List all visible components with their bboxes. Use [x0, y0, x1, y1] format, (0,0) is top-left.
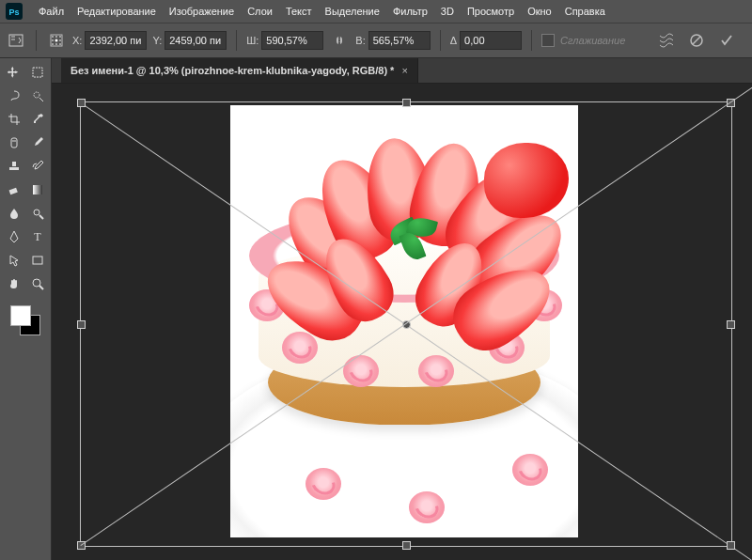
- y-field: Y: 2459,00 пи: [152, 31, 227, 50]
- svg-text:Ps: Ps: [8, 8, 19, 17]
- close-icon[interactable]: ×: [401, 65, 407, 76]
- menu-view[interactable]: Просмотр: [461, 0, 521, 23]
- svg-point-16: [34, 92, 39, 98]
- menu-3d[interactable]: 3D: [434, 0, 461, 23]
- menu-edit[interactable]: Редактирование: [70, 0, 163, 23]
- tool-path-select[interactable]: [4, 250, 24, 271]
- tool-gradient[interactable]: [27, 179, 48, 200]
- svg-point-4: [52, 36, 54, 38]
- svg-rect-19: [12, 162, 16, 166]
- tool-move[interactable]: [4, 62, 24, 83]
- tool-crop[interactable]: [4, 109, 24, 130]
- svg-rect-26: [33, 257, 42, 264]
- svg-rect-15: [33, 68, 42, 77]
- menu-file[interactable]: Файл: [32, 0, 70, 23]
- stage[interactable]: [52, 83, 752, 560]
- svg-line-14: [693, 37, 700, 44]
- svg-rect-21: [8, 188, 17, 194]
- w-field: Ш: 590,57%: [246, 31, 323, 50]
- handle-top-left[interactable]: [77, 99, 86, 107]
- svg-line-28: [39, 286, 43, 289]
- svg-point-9: [59, 39, 61, 41]
- antialias-label: Сглаживание: [560, 35, 625, 46]
- y-input[interactable]: 2459,00 пи: [164, 31, 227, 50]
- warp-mode-icon[interactable]: [656, 30, 677, 51]
- app-logo: Ps: [6, 3, 23, 20]
- tool-pen[interactable]: [4, 226, 24, 247]
- menu-filter[interactable]: Фильтр: [386, 0, 434, 23]
- svg-point-7: [52, 39, 54, 41]
- menubar: Ps Файл Редактирование Изображение Слои …: [0, 0, 752, 23]
- menu-text[interactable]: Текст: [279, 0, 319, 23]
- tool-marquee[interactable]: [27, 62, 48, 83]
- menu-window[interactable]: Окно: [521, 0, 558, 23]
- commit-icon[interactable]: [716, 30, 737, 51]
- angle-label: Δ: [450, 35, 457, 46]
- tool-eyedropper[interactable]: [27, 109, 48, 130]
- antialias-checkbox[interactable]: [541, 34, 555, 47]
- tool-shape[interactable]: [27, 250, 48, 271]
- svg-rect-20: [9, 167, 19, 170]
- options-bar: X: 2392,00 пи Y: 2459,00 пи Ш: 590,57% В…: [0, 23, 752, 58]
- handle-bottom-right[interactable]: [727, 541, 735, 550]
- menu-select[interactable]: Выделение: [319, 0, 386, 23]
- svg-rect-17: [11, 138, 17, 148]
- tool-type[interactable]: T: [27, 226, 48, 247]
- tab-title: Без имени-1 @ 10,3% (pirozhnoe-krem-klub…: [70, 65, 394, 76]
- tool-zoom[interactable]: [27, 273, 48, 294]
- link-icon[interactable]: [329, 30, 350, 51]
- canvas-area: Без имени-1 @ 10,3% (pirozhnoe-krem-klub…: [52, 58, 752, 560]
- svg-text:T: T: [34, 230, 41, 243]
- tool-brush[interactable]: [27, 132, 48, 153]
- tool-blur[interactable]: [4, 203, 24, 224]
- document-tabs: Без имени-1 @ 10,3% (pirozhnoe-krem-klub…: [52, 58, 752, 84]
- menu-image[interactable]: Изображение: [163, 0, 241, 23]
- svg-point-12: [59, 43, 61, 45]
- svg-point-6: [59, 36, 61, 38]
- h-input[interactable]: 565,57%: [368, 31, 431, 50]
- handle-mid-right[interactable]: [727, 320, 735, 329]
- menu-layers[interactable]: Слои: [241, 0, 279, 23]
- y-label: Y:: [152, 35, 162, 46]
- svg-point-11: [55, 43, 57, 45]
- h-field: В: 565,57%: [355, 31, 430, 50]
- angle-input[interactable]: 0,00: [460, 31, 522, 50]
- svg-point-5: [55, 36, 57, 38]
- tool-hand[interactable]: [4, 273, 24, 294]
- tool-eraser[interactable]: [4, 179, 24, 200]
- tool-dodge[interactable]: [27, 203, 48, 224]
- svg-point-8: [55, 39, 58, 42]
- svg-point-23: [34, 210, 39, 215]
- handle-bottom-left[interactable]: [77, 541, 86, 550]
- document-tab[interactable]: Без имени-1 @ 10,3% (pirozhnoe-krem-klub…: [61, 58, 418, 83]
- svg-line-24: [39, 215, 43, 219]
- w-label: Ш:: [246, 35, 258, 46]
- handle-top-right[interactable]: [727, 99, 735, 107]
- color-swatches[interactable]: [7, 303, 44, 341]
- handle-mid-left[interactable]: [77, 320, 86, 329]
- tool-healing[interactable]: [4, 132, 24, 153]
- menu-help[interactable]: Справка: [558, 0, 612, 23]
- svg-point-27: [33, 279, 40, 287]
- cancel-icon[interactable]: [686, 30, 707, 51]
- h-label: В:: [355, 35, 365, 46]
- x-input[interactable]: 2392,00 пи: [85, 31, 147, 50]
- transform-tool-icon[interactable]: [6, 30, 26, 51]
- tool-stamp[interactable]: [4, 156, 24, 177]
- svg-point-10: [52, 43, 54, 45]
- tool-history-brush[interactable]: [27, 156, 48, 177]
- svg-rect-22: [33, 185, 42, 194]
- tool-quick-select[interactable]: [27, 86, 48, 106]
- reference-point-icon[interactable]: [46, 30, 67, 51]
- canvas-image: [230, 105, 578, 537]
- handle-bottom-center[interactable]: [402, 541, 411, 550]
- w-input[interactable]: 590,57%: [261, 31, 323, 50]
- foreground-swatch[interactable]: [10, 305, 31, 326]
- tool-lasso[interactable]: [4, 86, 24, 106]
- x-field: X: 2392,00 пи: [72, 31, 147, 50]
- toolbox: T: [0, 58, 52, 560]
- x-label: X:: [72, 35, 82, 46]
- angle-field: Δ 0,00: [450, 31, 522, 50]
